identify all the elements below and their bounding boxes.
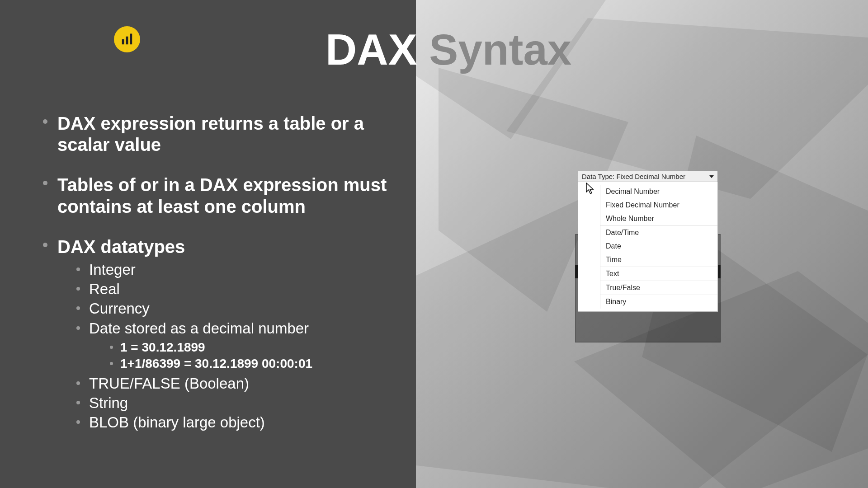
dropdown-option[interactable]: Date (600, 239, 717, 253)
data-type-dropdown: Data Type: Fixed Decimal Number Decimal … (578, 171, 718, 312)
svg-rect-0 (122, 39, 124, 44)
dropdown-option[interactable]: Whole Number (600, 212, 717, 225)
dropdown-option[interactable]: Decimal Number (600, 185, 717, 198)
dropdown-option[interactable]: True/False (600, 281, 717, 295)
list-item: 1+1/86399 = 30.12.1899 00:00:01 (110, 356, 414, 372)
bullet-dot-icon (76, 381, 80, 385)
bullet-2: Tables of or in a DAX expression must co… (43, 174, 414, 217)
bullet-dot-icon (43, 181, 47, 185)
bullet-dot-icon (43, 119, 47, 124)
dropdown-gutter (578, 185, 600, 309)
list-item-label: 1+1/86399 = 30.12.1899 00:00:01 (120, 356, 312, 372)
dropdown-option[interactable]: Date/Time (600, 225, 717, 239)
svg-rect-2 (130, 34, 132, 45)
content-area: DAX expression returns a table or a scal… (43, 113, 414, 432)
list-item-label: TRUE/FALSE (Boolean) (89, 374, 249, 393)
list-item: Real (76, 280, 414, 298)
svg-rect-1 (126, 37, 128, 45)
bullet-dot-icon (76, 306, 80, 310)
dropdown-selected-label: Data Type: Fixed Decimal Number (582, 173, 685, 180)
list-item: BLOB (binary large object) (76, 413, 414, 432)
dropdown-option[interactable]: Text (600, 267, 717, 281)
bullet-dot-icon (110, 362, 113, 365)
chevron-down-icon (709, 175, 714, 178)
list-item: 1 = 30.12.1899 (110, 339, 414, 356)
title-part-1: DAX (326, 25, 417, 74)
bullet-dot-icon (110, 346, 113, 349)
slide-title: DAX Syntax (326, 25, 571, 75)
bullet-dot-icon (76, 401, 80, 404)
bullet-dot-icon (76, 267, 80, 271)
dropdown-trigger[interactable]: Data Type: Fixed Decimal Number (578, 171, 718, 182)
slide: DAX Syntax DAX expression returns a tabl… (0, 0, 868, 488)
list-item-label: Currency (89, 299, 150, 318)
list-item: Integer (76, 260, 414, 279)
datatype-list: Integer Real Currency Date stored as a d… (76, 260, 414, 432)
power-bi-logo-icon (114, 26, 140, 52)
bullet-text: Tables of or in a DAX expression must co… (57, 174, 414, 217)
dropdown-option[interactable]: Binary (600, 295, 717, 309)
dropdown-panel: Decimal Number Fixed Decimal Number Whol… (578, 182, 718, 312)
list-item-label: Date stored as a decimal number (89, 319, 309, 338)
bullet-dot-icon (43, 243, 47, 247)
title-part-2: Syntax (417, 25, 571, 74)
list-item: Date stored as a decimal number (76, 319, 414, 338)
bullet-text: DAX expression returns a table or a scal… (57, 113, 414, 155)
list-item-label: Real (89, 280, 120, 298)
list-item: String (76, 394, 414, 412)
list-item: Currency (76, 299, 414, 318)
dropdown-option[interactable]: Time (600, 253, 717, 267)
dropdown-options: Decimal Number Fixed Decimal Number Whol… (600, 185, 717, 309)
bullet-dot-icon (76, 287, 80, 291)
date-examples: 1 = 30.12.1899 1+1/86399 = 30.12.1899 00… (110, 339, 414, 372)
list-item-label: BLOB (binary large object) (89, 413, 265, 432)
bullet-1: DAX expression returns a table or a scal… (43, 113, 414, 155)
dropdown-option[interactable]: Fixed Decimal Number (600, 198, 717, 212)
list-item-label: String (89, 394, 128, 412)
bullet-dot-icon (76, 326, 80, 330)
bullet-dot-icon (76, 420, 80, 424)
bullet-3: DAX datatypes (43, 236, 414, 258)
bullet-text: DAX datatypes (57, 236, 185, 258)
list-item-label: 1 = 30.12.1899 (120, 339, 205, 356)
list-item-label: Integer (89, 260, 136, 279)
list-item: TRUE/FALSE (Boolean) (76, 374, 414, 393)
